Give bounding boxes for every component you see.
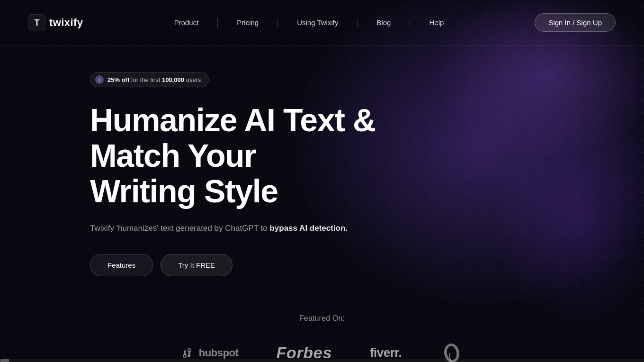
navbar: T twixify Product Pricing Using Twixify … <box>0 0 644 45</box>
featured-logos: hubspot Forbes fiverr. <box>0 340 644 362</box>
logo-icon: T <box>28 14 45 31</box>
hero-subtitle: Twixify 'humanizes' text generated by Ch… <box>90 222 355 235</box>
nav-divider-4 <box>410 18 410 27</box>
hero-section: i 25% off for the first 100,000 users Hu… <box>0 45 644 276</box>
scrollbar[interactable] <box>0 359 644 362</box>
signin-button[interactable]: Sign In / Sign Up <box>535 13 616 32</box>
nav-product[interactable]: Product <box>163 15 210 30</box>
nav-blog[interactable]: Blog <box>365 15 402 30</box>
logo-text: twixify <box>49 17 83 29</box>
nav-divider-2 <box>277 18 278 27</box>
nav-help[interactable]: Help <box>418 15 455 30</box>
nav-divider-3 <box>357 18 358 27</box>
hubspot-logo: hubspot <box>180 345 239 361</box>
logo-link[interactable]: T twixify <box>28 14 83 31</box>
scroll-thumb <box>0 359 9 362</box>
svg-point-3 <box>188 349 190 351</box>
svg-rect-8 <box>184 350 186 355</box>
leaf-icon <box>439 340 464 362</box>
featured-label: Featured On: <box>0 314 644 323</box>
svg-point-6 <box>184 355 186 357</box>
hero-cta: Features Try It FREE <box>90 254 554 276</box>
info-icon: i <box>95 75 104 84</box>
hubspot-text: hubspot <box>199 347 239 359</box>
nav-pricing[interactable]: Pricing <box>225 15 270 30</box>
nav-links: Product Pricing Using Twixify Blog Help <box>163 18 456 27</box>
promo-badge: i 25% off for the first 100,000 users <box>90 72 209 87</box>
hero-title: Humanize AI Text & Match YourWriting Sty… <box>90 102 421 208</box>
features-button[interactable]: Features <box>90 254 153 276</box>
fiverr-text: fiverr. <box>370 345 402 360</box>
svg-rect-7 <box>188 355 190 357</box>
leaf-logo <box>439 340 464 362</box>
promo-badge-text: 25% off for the first 100,000 users <box>107 76 201 83</box>
featured-section: Featured On: hubspot Forbes fiverr. <box>0 314 644 362</box>
nav-divider-1 <box>217 18 218 27</box>
svg-text:T: T <box>35 18 40 27</box>
fiverr-logo: fiverr. <box>370 345 402 360</box>
hubspot-icon <box>180 345 195 361</box>
nav-using-twixify[interactable]: Using Twixify <box>286 15 349 30</box>
try-free-button[interactable]: Try It FREE <box>161 254 233 276</box>
